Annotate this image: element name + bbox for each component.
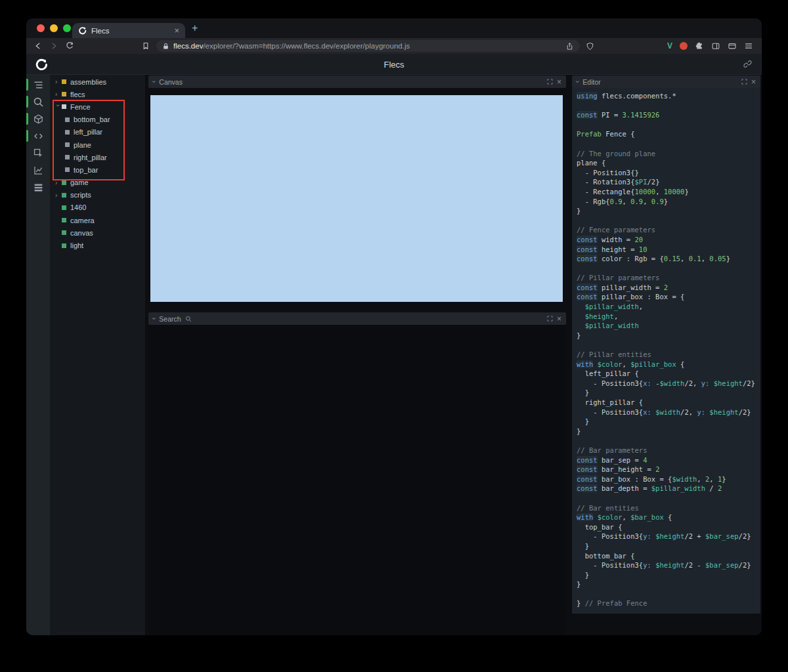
wallet-icon[interactable] — [728, 41, 737, 51]
panel-toggle-commands[interactable] — [26, 178, 50, 196]
entity-color-square — [62, 180, 66, 185]
entity-color-square — [62, 230, 66, 235]
panel-toggle-editor[interactable] — [26, 127, 50, 144]
vue-devtools-icon[interactable]: V — [667, 41, 672, 51]
bookmark-icon[interactable] — [141, 41, 150, 51]
code-icon — [33, 131, 44, 142]
tab-strip: Flecs × + — [26, 18, 762, 38]
tree-item-light[interactable]: light — [50, 239, 145, 251]
code-line: // Fence parameters — [577, 225, 760, 235]
code-line: } — [577, 427, 760, 436]
search-panel-title: Search — [159, 315, 181, 323]
tree-expanded-arrow-icon[interactable]: › — [55, 105, 62, 112]
code-editor-area[interactable]: using flecs.components.* const PI = 3.14… — [572, 88, 760, 614]
tree-item-canvas[interactable]: canvas — [50, 226, 145, 239]
expand-panel-icon[interactable] — [547, 316, 553, 322]
active-indicator — [26, 130, 28, 142]
code-line: const bar_box : Box = {$width, 2, 1} — [577, 474, 760, 484]
close-panel-icon[interactable]: × — [557, 315, 561, 323]
tree-item-Fence[interactable]: ›Fence — [50, 100, 145, 113]
minimize-window-button[interactable] — [50, 24, 58, 32]
reload-button-icon[interactable] — [65, 41, 74, 51]
tree-item-label: 1460 — [70, 203, 86, 211]
tree-item-label: game — [70, 178, 89, 186]
tree-item-assemblies[interactable]: ›assemblies — [50, 75, 145, 88]
code-line: right_pillar { — [577, 398, 760, 408]
zoom-window-button[interactable] — [63, 24, 71, 32]
close-panel-icon[interactable]: × — [751, 78, 756, 86]
panel-toggle-entity-tree[interactable] — [26, 76, 50, 93]
tree-item-label: Fence — [70, 103, 91, 111]
tree-item-right_pillar[interactable]: right_pillar — [50, 151, 145, 163]
tree-item-flecs[interactable]: ›flecs — [50, 88, 145, 100]
extension-red-icon[interactable] — [680, 42, 688, 50]
code-line: const pillar_width = 2 — [577, 283, 760, 293]
canvas-viewport[interactable] — [150, 95, 563, 302]
menu-icon[interactable] — [744, 41, 753, 51]
tab-title: Flecs — [91, 27, 169, 35]
url-path: /explorer/?wasm=https://www.flecs.dev/ex… — [203, 42, 410, 50]
entity-color-square — [65, 155, 70, 159]
tree-collapsed-arrow-icon[interactable]: › — [55, 78, 62, 85]
share-link-icon[interactable] — [743, 59, 753, 69]
tree-item-top_bar[interactable]: top_bar — [50, 163, 145, 176]
back-button-icon[interactable] — [33, 41, 43, 51]
tree-collapsed-arrow-icon[interactable]: › — [55, 179, 62, 186]
tree-item-scripts[interactable]: ›scripts — [50, 189, 145, 201]
code-line — [577, 264, 760, 274]
code-line: const height = 10 — [577, 245, 760, 255]
tree-item-left_pillar[interactable]: left_pillar — [50, 126, 145, 138]
sidebar-toggle-icon[interactable] — [711, 41, 720, 51]
close-window-button[interactable] — [37, 24, 45, 32]
tree-item-label: flecs — [70, 91, 85, 98]
tree-item-bottom_bar[interactable]: bottom_bar — [50, 114, 145, 126]
forward-button-icon[interactable] — [49, 41, 58, 51]
entity-color-square — [62, 79, 66, 84]
entity-color-square — [62, 104, 66, 109]
tree-item-plane[interactable]: plane — [50, 138, 145, 151]
editor-column: › Editor × using flecs.components.* cons… — [569, 75, 762, 635]
tree-item-camera[interactable]: camera — [50, 214, 145, 226]
expand-panel-icon[interactable] — [547, 79, 553, 85]
chevron-down-icon[interactable]: › — [574, 81, 581, 83]
app-main: ›assemblies›flecs›Fencebottom_barleft_pi… — [26, 75, 762, 635]
active-indicator — [26, 113, 28, 125]
entity-color-square — [62, 205, 66, 210]
search-results-area[interactable] — [148, 325, 566, 635]
panel-toggle-canvas[interactable] — [26, 110, 50, 127]
panel-toggle-statistics[interactable] — [26, 161, 50, 178]
code-line: bottom_bar { — [577, 551, 760, 561]
tree-item-label: scripts — [70, 191, 91, 199]
shield-icon[interactable] — [586, 42, 594, 51]
tree-collapsed-arrow-icon[interactable]: › — [55, 192, 62, 199]
entity-tree-list: ›assemblies›flecs›Fencebottom_barleft_pi… — [50, 75, 145, 252]
tree-item-1460[interactable]: 1460 — [50, 201, 145, 214]
address-bar[interactable]: flecs.dev/explorer/?wasm=https://www.fle… — [156, 40, 580, 52]
chevron-down-icon[interactable]: › — [150, 81, 158, 83]
entity-color-square — [62, 193, 66, 198]
active-indicator — [26, 96, 28, 108]
code-line — [577, 139, 760, 149]
share-icon[interactable] — [565, 42, 574, 51]
code-line — [577, 340, 760, 350]
tree-item-game[interactable]: ›game — [50, 177, 145, 189]
browser-tab-flecs[interactable]: Flecs × — [72, 23, 185, 38]
tab-close-icon[interactable]: × — [174, 26, 179, 35]
code-line: using flecs.components.* — [577, 91, 760, 101]
panel-toggle-search[interactable] — [26, 93, 50, 110]
close-panel-icon[interactable]: × — [557, 78, 561, 86]
tree-collapsed-arrow-icon[interactable]: › — [55, 91, 62, 98]
code-line: with $color, $pillar_box { — [577, 360, 760, 369]
code-line — [577, 216, 760, 226]
extensions-puzzle-icon[interactable] — [695, 41, 704, 51]
code-line: // Pillar entities — [577, 350, 760, 360]
code-line: - Position3{x: -$width/2, y: $height/2} — [577, 379, 760, 388]
code-line: } — [577, 331, 760, 341]
code-line: - Rectangle{10000, 10000} — [577, 187, 760, 197]
new-tab-button[interactable]: + — [192, 22, 198, 34]
tree-item-label: top_bar — [74, 166, 98, 174]
expand-panel-icon[interactable] — [741, 79, 747, 85]
panel-toggle-inspector[interactable] — [26, 144, 50, 161]
code-line: const bar_depth = $pillar_width / 2 — [577, 484, 760, 494]
chevron-down-icon[interactable]: › — [150, 318, 158, 320]
